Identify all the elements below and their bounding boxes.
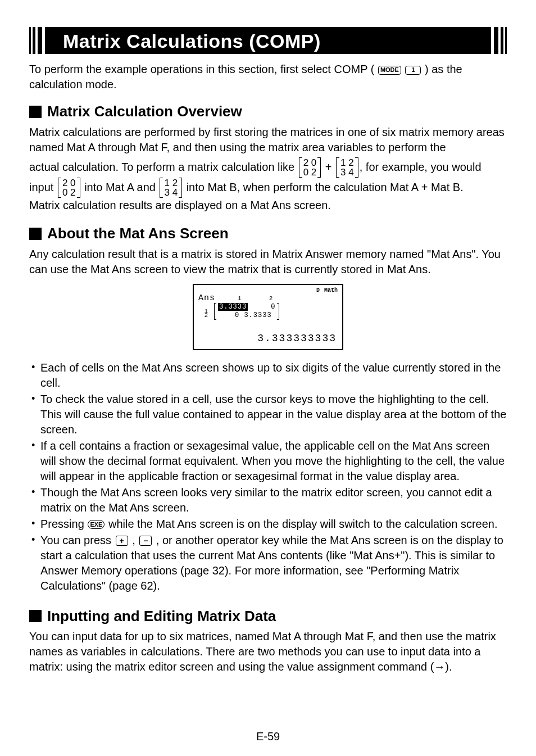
bullet-6: You can press + , − , or another operato…: [31, 533, 507, 594]
overview-p1: Matrix calculations are performed by fir…: [29, 125, 507, 155]
screen-cell-1-1: 3.3333: [218, 303, 248, 311]
minus-key-icon: −: [139, 536, 152, 546]
page-number: E-59: [0, 729, 536, 744]
bullet-4: Though the Mat Ans screen looks very sim…: [31, 485, 507, 515]
calc-screen: D Math Ans 1 2 1 3.3333 0 0 3.3333 2 3.3…: [193, 284, 343, 350]
matrix-a-input: 2 0 0 2: [58, 178, 80, 198]
inputting-heading: Inputting and Editing Matrix Data: [29, 607, 507, 626]
one-key-icon: 1: [405, 66, 421, 75]
overview-heading: Matrix Calculation Overview: [29, 102, 507, 121]
overview-p3c: into Mat B, when perform the calculation…: [187, 180, 464, 195]
matrix-b-input: 1 2 3 4: [160, 178, 182, 198]
chapter-title-band: Matrix Calculations (COMP): [29, 27, 507, 54]
screen-matrix: 3.3333 0 0 3.3333: [214, 303, 279, 320]
decor-bars-left: [29, 27, 52, 54]
overview-p2b: , for example, you would: [360, 160, 482, 175]
overview-p3a: input: [29, 180, 53, 195]
matans-bullets: Each of cells on the Mat Ans screen show…: [29, 360, 507, 594]
matans-para: Any calculation result that is a matrix …: [29, 247, 507, 277]
screen-result: 3.333333333: [257, 332, 337, 345]
overview-p2a: actual calculation. To perform a matrix …: [29, 160, 294, 175]
screen-indicator-d: D: [316, 287, 320, 294]
screen-cell-2-2: 3.3333: [244, 311, 271, 319]
exe-key-icon: EXE: [88, 520, 105, 529]
intro-text-1: To perform the example operations in thi…: [29, 63, 374, 75]
screen-body: Ans 1 2 1 3.3333 0 0 3.3333 2: [198, 294, 338, 329]
matrix-b-inline: 1 2 3 4: [336, 157, 358, 178]
bullet-5: Pressing EXE while the Mat Ans screen is…: [31, 517, 507, 532]
overview-body: Matrix calculations are performed by fir…: [29, 125, 507, 213]
plus-key-icon: +: [116, 536, 128, 546]
screen-cell-2-1: 0: [235, 311, 239, 319]
screen-indicator-math: Math: [324, 287, 338, 294]
bullet-1: Each of cells on the Mat Ans screen show…: [31, 360, 507, 391]
inputting-para: You can input data for up to six matrice…: [29, 629, 507, 674]
matrix-a-inline: 2 0 0 2: [299, 157, 321, 178]
bullet-3: If a cell contains a fraction or sexages…: [31, 438, 507, 484]
bullet-2: To check the value stored in a cell, use…: [31, 392, 507, 437]
matans-heading: About the Mat Ans Screen: [29, 224, 507, 243]
overview-p4: Matrix calculation results are displayed…: [29, 198, 507, 213]
screen-ans-label: Ans: [198, 293, 215, 303]
overview-p3b: into Mat A and: [84, 180, 156, 195]
plus-sign: +: [325, 160, 332, 175]
decor-bars-right: [484, 27, 507, 54]
chapter-title: Matrix Calculations (COMP): [56, 27, 328, 54]
overview-matrix-line-1: actual calculation. To perform a matrix …: [29, 157, 507, 178]
mode-key-icon: MODE: [378, 66, 401, 75]
screen-cell-1-2: 0: [271, 303, 275, 311]
calc-screen-wrap: D Math Ans 1 2 1 3.3333 0 0 3.3333 2 3.3…: [29, 284, 507, 350]
overview-matrix-line-2: input 2 0 0 2 into Mat A and 1 2 3 4 int…: [29, 178, 507, 198]
intro-paragraph: To perform the example operations in thi…: [29, 62, 507, 92]
